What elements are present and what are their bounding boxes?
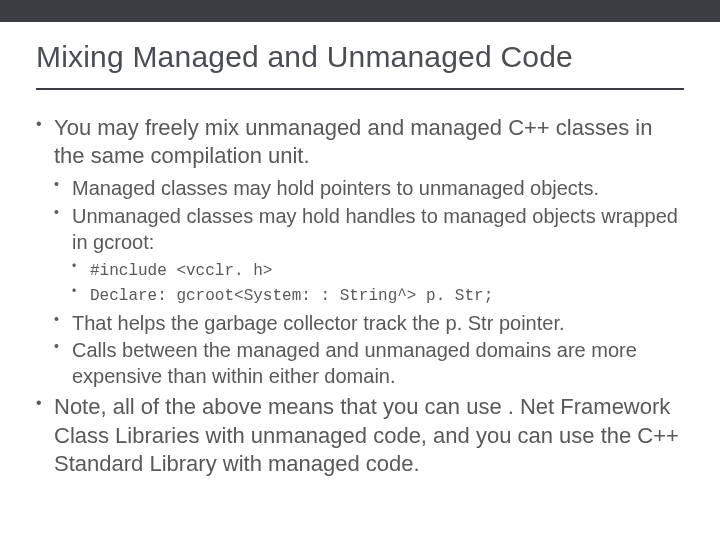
bullet-list: You may freely mix unmanaged and managed…: [36, 114, 684, 478]
topbar: [0, 0, 720, 22]
list-item: That helps the garbage collector track t…: [54, 311, 684, 337]
bullet-text: That helps the garbage collector track t…: [72, 312, 565, 334]
list-item: Managed classes may hold pointers to unm…: [54, 176, 684, 202]
sublist: #include <vcclr. h> Declare: gcroot<Syst…: [72, 259, 684, 307]
list-item: Declare: gcroot<System: : String^> p. St…: [72, 284, 684, 307]
slide-body: Mixing Managed and Unmanaged Code You ma…: [0, 22, 720, 478]
bullet-text: Managed classes may hold pointers to unm…: [72, 177, 599, 199]
list-item: You may freely mix unmanaged and managed…: [36, 114, 684, 389]
bullet-text: You may freely mix unmanaged and managed…: [54, 115, 652, 168]
code-text: Declare: gcroot<System: : String^> p. St…: [90, 287, 493, 305]
list-item: #include <vcclr. h>: [72, 259, 684, 282]
list-item: Note, all of the above means that you ca…: [36, 393, 684, 477]
slide-title: Mixing Managed and Unmanaged Code: [36, 40, 684, 90]
bullet-text: Unmanaged classes may hold handles to ma…: [72, 205, 678, 253]
bullet-text: Note, all of the above means that you ca…: [54, 394, 679, 475]
sublist: Managed classes may hold pointers to unm…: [54, 176, 684, 389]
list-item: Calls between the managed and unmanaged …: [54, 338, 684, 389]
code-text: #include <vcclr. h>: [90, 262, 272, 280]
list-item: Unmanaged classes may hold handles to ma…: [54, 204, 684, 307]
bullet-text: Calls between the managed and unmanaged …: [72, 339, 637, 387]
